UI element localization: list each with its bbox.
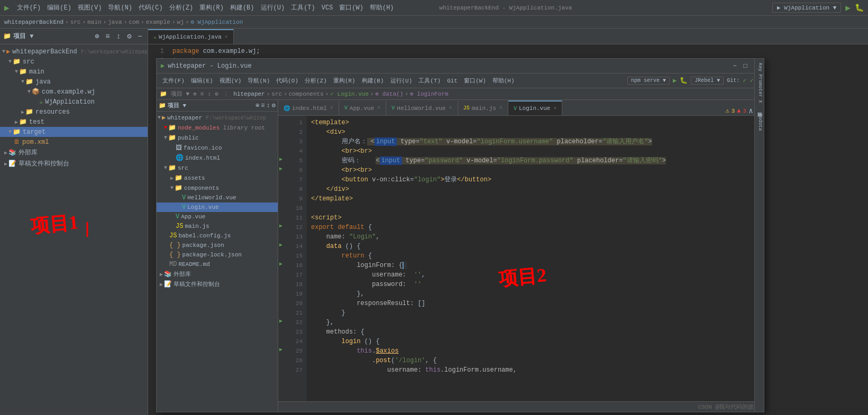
sec-babel[interactable]: JS babel.config.js <box>157 231 278 241</box>
menu-help[interactable]: 帮助(H) <box>367 2 397 13</box>
tree-root[interactable]: ▼ ▶ whitepaperBackEnd F:\workspace\white… <box>0 47 148 57</box>
codota-btn[interactable]: Codota <box>755 116 764 133</box>
jrebel-btn[interactable]: JRebel ▼ <box>691 77 724 85</box>
fold-icon-1[interactable]: ▶ <box>279 156 282 162</box>
tree-java[interactable]: ▼ 📁 java <box>0 77 148 87</box>
menu-build[interactable]: 构建(B) <box>227 2 258 13</box>
sec-menu-build[interactable]: 构建(B) <box>359 76 387 86</box>
fold-icon-7[interactable]: ▶ <box>279 346 282 353</box>
tab-index-html[interactable]: 🌐 index.html × <box>278 100 339 115</box>
menu-vcs[interactable]: VCS <box>318 3 336 13</box>
git-check[interactable]: ✓ <box>743 77 746 85</box>
tree-package[interactable]: ▼ 📦 com.example.wj <box>0 87 148 97</box>
sec-readme[interactable]: MD README.md <box>157 260 278 269</box>
sec-menu-file[interactable]: 文件(F) <box>160 76 187 86</box>
fold-icon-2[interactable]: ▶ <box>279 165 282 172</box>
sec-assets[interactable]: ▶ 📁 assets <box>157 173 278 183</box>
tab-close-btn[interactable]: × <box>225 34 228 40</box>
tab-close-main[interactable]: × <box>499 105 502 111</box>
sec-loginvue[interactable]: V Login.vue <box>157 202 278 212</box>
sec-node-modules[interactable]: ▼ 📁 node_modules library root <box>157 123 278 133</box>
tab-close-hello[interactable]: × <box>449 105 452 111</box>
sec-favicon[interactable]: 🖼 favicon.ico <box>157 143 278 153</box>
run-config-btn[interactable]: ▶ WjApplication ▼ <box>772 3 841 13</box>
sec-index-html[interactable]: 🌐 index.html <box>157 153 278 163</box>
tree-test[interactable]: ▶ 📁 test <box>0 117 148 127</box>
sec-menu-window[interactable]: 窗口(W) <box>461 76 489 86</box>
sec-menu-help[interactable]: 帮助(H) <box>490 76 517 86</box>
collapse-btn[interactable]: ↕ <box>114 31 123 42</box>
settings-btn[interactable]: ⚙ <box>125 31 133 42</box>
menu-window[interactable]: 窗口(W) <box>336 2 367 13</box>
debug-btn[interactable]: 🐛 <box>855 3 864 12</box>
menu-tools[interactable]: 工具(T) <box>288 2 318 13</box>
sec-menu-analyze[interactable]: 分析(Z) <box>302 76 330 86</box>
expand-code-btn[interactable]: ∧ <box>748 106 753 115</box>
menu-run[interactable]: 运行(U) <box>258 2 288 13</box>
sec-menu-edit[interactable]: 编辑(E) <box>188 76 216 86</box>
tab-close-login[interactable]: × <box>553 106 556 112</box>
sec-public[interactable]: ▼ 📁 public <box>157 133 278 143</box>
locate-btn[interactable]: ⊕ <box>93 31 101 42</box>
expand-btn[interactable]: ≡ <box>103 31 112 42</box>
sec-ext-libs[interactable]: ▶ 📚 外部库 <box>157 269 278 279</box>
tab-loginvue[interactable]: V Login.vue × <box>508 100 562 115</box>
fold-icon-6[interactable]: ▶ <box>279 318 282 324</box>
tree-src[interactable]: ▼ 📁 src <box>0 57 148 67</box>
tab-mainjs[interactable]: JS main.js × <box>458 100 508 115</box>
sec-menu-run[interactable]: 运行(U) <box>388 76 415 86</box>
tree-external-libs[interactable]: ▶ 📚 外部库 <box>0 147 148 158</box>
sec-packagejson[interactable]: { } package.json <box>157 241 278 250</box>
sec-menu-view[interactable]: 视图(V) <box>217 76 244 86</box>
expand-arrow: ▼ <box>2 49 5 54</box>
fold-icon-4[interactable]: ▶ <box>279 242 282 248</box>
menu-edit[interactable]: 编辑(E) <box>44 2 75 13</box>
tab-close-index[interactable]: × <box>330 105 333 111</box>
tab-appvue[interactable]: V App.vue × <box>339 100 386 115</box>
menu-refactor[interactable]: 重构(R) <box>196 2 227 13</box>
sec-src[interactable]: ▼ 📁 src <box>157 163 278 173</box>
menu-code[interactable]: 代码(C) <box>135 2 166 13</box>
sec-settings-btn[interactable]: ⚙ <box>272 102 276 109</box>
src-icon: 📁 <box>168 164 176 172</box>
tab-helloworld[interactable]: V HelloWorld.vue × <box>386 100 458 115</box>
sec-menu-tools[interactable]: 工具(T) <box>416 76 443 86</box>
npm-serve-btn[interactable]: npm serve ▼ <box>627 77 670 85</box>
sec-appvue[interactable]: V App.vue <box>157 212 278 222</box>
tab-close-app[interactable]: × <box>377 105 380 111</box>
tree-pom[interactable]: 🗎 pom.xml <box>0 137 148 147</box>
tree-target[interactable]: ▼ 📁 target <box>0 127 148 137</box>
menu-nav[interactable]: 导航(N) <box>105 2 135 13</box>
run-icon[interactable]: ▶ <box>673 77 677 85</box>
menu-file[interactable]: 文件(F) <box>14 2 44 13</box>
tree-resources[interactable]: ▶ 📁 resources <box>0 107 148 117</box>
maximize-btn[interactable]: □ <box>742 62 749 70</box>
sec-components[interactable]: ▼ 📁 components <box>157 183 278 193</box>
sec-menu-refactor[interactable]: 重构(R) <box>331 76 358 86</box>
sec-tree-root[interactable]: ▼ ▶ whitepaper F:\workspace\whitep <box>157 113 278 123</box>
sec-helloworld[interactable]: V HelloWorld.vue <box>157 193 278 202</box>
sec-expand-btn[interactable]: ≡ <box>261 102 264 109</box>
sec-collapse-btn[interactable]: ↕ <box>267 102 270 109</box>
sec-mainjs[interactable]: JS main.js <box>157 222 278 231</box>
sec-menu-nav[interactable]: 导航(N) <box>245 76 272 86</box>
tree-main[interactable]: ▼ 📁 main <box>0 67 148 77</box>
code-lines[interactable]: <template> <div> 用户名： <input type="text"… <box>307 116 764 401</box>
sec-packagelockjson[interactable]: { } package-lock.json <box>157 250 278 260</box>
close-panel-btn[interactable]: − <box>136 31 144 42</box>
menu-analyze[interactable]: 分析(Z) <box>166 2 197 13</box>
sec-menu-git[interactable]: Git <box>444 77 460 85</box>
fold-icon-3[interactable]: ▶ <box>279 223 282 229</box>
tab-wjapp[interactable]: ☕ WjApplication.java × <box>148 29 234 44</box>
sec-menu-code[interactable]: 代码(O) <box>273 76 301 86</box>
fold-icon-5[interactable]: ▶ <box>279 261 282 267</box>
minimize-btn[interactable]: − <box>731 62 738 70</box>
git-check2[interactable]: ✓ <box>750 77 754 85</box>
sec-scratch[interactable]: ▶ 📝 草稿文件和控制台 <box>157 279 278 289</box>
debug-icon2[interactable]: 🐛 <box>680 77 688 85</box>
sec-locate-btn[interactable]: ⊕ <box>255 102 259 109</box>
menu-view[interactable]: 视图(V) <box>75 2 105 13</box>
tree-wjapp[interactable]: ☕ WjApplication <box>0 97 148 107</box>
tree-scratch[interactable]: ▶ 📝 草稿文件和控制台 <box>0 158 148 169</box>
run-btn[interactable]: ▶ <box>845 3 851 13</box>
